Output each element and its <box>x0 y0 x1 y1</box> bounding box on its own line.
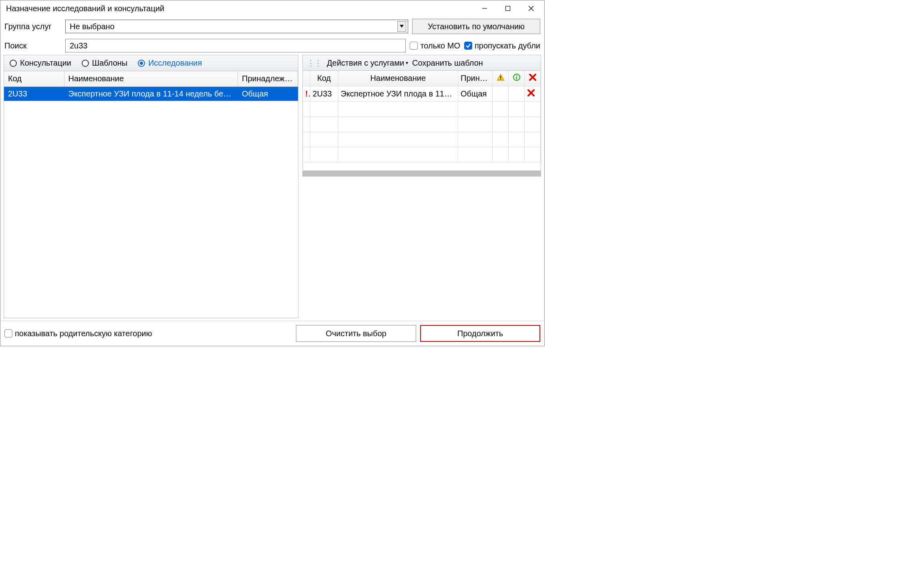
right-toolbar: ⋮⋮ Действия с услугами ▾ Сохранить шабло… <box>302 55 541 71</box>
cell-flag: ! <box>303 86 310 101</box>
table-row <box>4 187 298 202</box>
table-row <box>303 132 541 147</box>
dialog-window: Назначение исследований и консультаций Г… <box>0 0 545 346</box>
table-row <box>4 144 298 159</box>
only-mo-label: только МО <box>420 41 460 50</box>
minimize-icon <box>482 6 487 11</box>
table-row <box>4 101 298 115</box>
group-label: Группа услуг <box>4 22 61 31</box>
left-panel: Консультации Шаблоны Исследования Код <box>4 55 298 318</box>
flag-icon: ! <box>305 89 310 98</box>
combo-arrow-button[interactable] <box>397 21 406 32</box>
right-scrollbar[interactable] <box>302 171 541 177</box>
skip-dup-label: пропускать дубли <box>475 41 540 50</box>
svg-rect-10 <box>516 76 517 79</box>
right-th-flag <box>303 71 310 86</box>
cell-info <box>509 86 525 101</box>
table-row <box>4 231 298 245</box>
radio-templates-label: Шаблоны <box>92 58 127 68</box>
right-th-warn <box>493 71 509 86</box>
search-label: Поиск <box>4 41 61 50</box>
show-parent-checkbox[interactable] <box>4 329 12 337</box>
table-row <box>4 216 298 231</box>
table-row <box>4 130 298 144</box>
table-row[interactable]: ! 2U33 Экспертное УЗИ плода в 11… Общая <box>303 86 541 101</box>
left-th-belong[interactable]: Принадлежн… <box>238 71 298 86</box>
minimize-button[interactable] <box>473 0 496 16</box>
check-icon <box>465 43 471 48</box>
right-th-belong[interactable]: Принад… <box>458 71 493 86</box>
show-parent-label: показывать родительскую категорию <box>15 329 152 338</box>
radio-consultations-label: Консультации <box>20 58 71 68</box>
search-input[interactable] <box>65 39 406 52</box>
svg-rect-9 <box>516 75 517 76</box>
titlebar: Назначение исследований и консультаций <box>0 0 544 16</box>
main-split: Консультации Шаблоны Исследования Код <box>0 55 544 321</box>
cell-name: Экспертное УЗИ плода в 11… <box>338 86 458 101</box>
set-default-button[interactable]: Установить по умолчанию <box>412 19 540 34</box>
cell-delete[interactable] <box>525 86 541 101</box>
clear-button[interactable]: Очистить выбор <box>296 325 416 342</box>
save-template-label: Сохранить шаблон <box>412 58 483 68</box>
group-combo[interactable]: Не выбрано <box>65 20 408 33</box>
group-combo-value: Не выбрано <box>70 22 397 31</box>
skip-dup-checkbox-row[interactable]: пропускать дубли <box>464 41 540 50</box>
right-th-name[interactable]: Наименование <box>338 71 458 86</box>
cell-belong: Общая <box>458 86 493 101</box>
table-row <box>4 173 298 187</box>
service-actions-label: Действия с услугами <box>327 58 404 68</box>
window-title: Назначение исследований и консультаций <box>6 4 473 13</box>
show-parent-checkbox-row[interactable]: показывать родительскую категорию <box>4 329 152 338</box>
right-table[interactable]: Код Наименование Принад… <box>302 71 541 171</box>
table-row[interactable]: 2U33 Экспертное УЗИ плода в 11-14 недель… <box>4 86 298 101</box>
left-table[interactable]: Код Наименование Принадлежн… 2U33 Экспер… <box>4 71 298 318</box>
save-template-button[interactable]: Сохранить шаблон <box>412 58 483 68</box>
svg-rect-6 <box>500 76 501 78</box>
table-row <box>4 202 298 216</box>
delete-icon <box>527 89 535 97</box>
right-th-code[interactable]: Код <box>310 71 338 86</box>
view-tabs: Консультации Шаблоны Исследования <box>4 55 298 71</box>
only-mo-checkbox[interactable] <box>410 42 418 50</box>
info-icon <box>513 73 521 81</box>
only-mo-checkbox-row[interactable]: только МО <box>410 41 460 50</box>
continue-button[interactable]: Продолжить <box>420 325 540 342</box>
cell-code: 2U33 <box>4 86 64 101</box>
warning-icon <box>497 73 505 81</box>
svg-marker-4 <box>400 25 404 28</box>
right-th-info <box>509 71 525 86</box>
radio-templates[interactable]: Шаблоны <box>82 58 127 68</box>
table-row <box>4 303 298 317</box>
service-actions-menu[interactable]: Действия с услугами ▾ <box>327 58 408 68</box>
radio-studies[interactable]: Исследования <box>138 58 202 68</box>
cell-belong: Общая <box>238 86 298 101</box>
right-panel: ⋮⋮ Действия с услугами ▾ Сохранить шабло… <box>302 55 541 318</box>
maximize-button[interactable] <box>496 0 519 16</box>
left-table-header: Код Наименование Принадлежн… <box>4 71 298 86</box>
cell-name: Экспертное УЗИ плода в 11-14 недель бере… <box>64 86 238 101</box>
maximize-icon <box>505 6 511 11</box>
radio-studies-dot <box>138 60 145 67</box>
table-row <box>303 101 541 116</box>
footer: показывать родительскую категорию Очисти… <box>0 321 544 346</box>
left-th-name[interactable]: Наименование <box>64 71 238 86</box>
right-table-header: Код Наименование Принад… <box>303 71 541 86</box>
svg-rect-7 <box>500 79 501 80</box>
table-row <box>4 115 298 130</box>
left-th-code[interactable]: Код <box>4 71 64 86</box>
close-button[interactable] <box>519 0 543 16</box>
table-row <box>303 116 541 132</box>
radio-studies-label: Исследования <box>148 58 202 68</box>
cell-code: 2U33 <box>310 86 338 101</box>
grip-icon: ⋮⋮ <box>307 58 321 68</box>
cell-warn <box>493 86 509 101</box>
skip-dup-checkbox[interactable] <box>464 42 472 50</box>
table-row <box>4 245 298 259</box>
close-icon <box>528 6 534 11</box>
search-row: Поиск только МО пропускать дубли <box>0 36 544 55</box>
radio-consultations[interactable]: Консультации <box>10 58 71 68</box>
table-row <box>4 288 298 303</box>
delete-icon <box>529 73 537 81</box>
chevron-down-icon: ▾ <box>406 60 408 66</box>
right-th-delete <box>525 71 541 86</box>
